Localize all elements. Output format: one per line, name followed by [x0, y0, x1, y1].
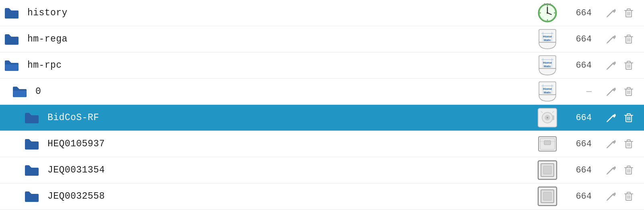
- svg-rect-33: [627, 35, 630, 37]
- svg-line-14: [607, 16, 608, 17]
- folder-icon: [24, 137, 44, 150]
- action-buttons: [596, 110, 640, 125]
- svg-rect-96: [627, 140, 630, 141]
- file-row[interactable]: 0 Home Matic —: [0, 79, 644, 105]
- svg-line-11: [608, 10, 613, 16]
- permissions-value: 664: [564, 60, 596, 71]
- file-name: HEQ0105937: [44, 139, 531, 149]
- svg-line-27: [608, 37, 613, 42]
- device-icon: Home Matic: [531, 29, 564, 50]
- svg-point-72: [547, 117, 548, 118]
- svg-line-106: [607, 173, 608, 174]
- svg-point-4: [547, 12, 548, 14]
- file-row[interactable]: history 664: [0, 0, 644, 26]
- svg-rect-109: [627, 166, 630, 168]
- folder-icon: [12, 85, 32, 98]
- svg-line-76: [608, 115, 613, 121]
- svg-line-79: [607, 121, 608, 122]
- edit-button[interactable]: [604, 32, 618, 46]
- permissions-value: 664: [564, 8, 596, 18]
- file-name: hm-rpc: [24, 60, 531, 71]
- svg-rect-17: [627, 9, 630, 10]
- permissions-value: —: [564, 87, 596, 97]
- file-row[interactable]: JEQ0039229 664: [0, 210, 644, 212]
- svg-rect-65: [627, 87, 630, 89]
- file-name: history: [24, 8, 531, 18]
- device-icon: [531, 2, 564, 23]
- action-buttons: [596, 84, 640, 99]
- folder-icon: [4, 59, 24, 72]
- svg-text:Matic: Matic: [544, 65, 551, 68]
- svg-line-116: [608, 194, 613, 200]
- svg-line-30: [607, 42, 608, 43]
- action-buttons: [596, 32, 640, 46]
- file-row[interactable]: BidCoS-RF 664: [0, 105, 644, 131]
- folder-icon: [24, 190, 44, 203]
- delete-button[interactable]: [621, 163, 636, 177]
- edit-button[interactable]: [604, 137, 618, 151]
- svg-text:Home: Home: [543, 87, 552, 91]
- edit-button[interactable]: [604, 189, 618, 204]
- delete-button[interactable]: [621, 32, 636, 46]
- file-name: BidCoS-RF: [44, 112, 531, 123]
- file-row[interactable]: HEQ0105937 664: [0, 131, 644, 157]
- svg-text:Matic: Matic: [544, 91, 551, 94]
- svg-rect-82: [627, 114, 630, 115]
- device-icon: Home Matic: [531, 55, 564, 76]
- folder-icon: [24, 164, 44, 177]
- device-icon: [531, 160, 564, 181]
- file-name: hm-rega: [24, 34, 531, 44]
- device-icon: [531, 107, 564, 128]
- edit-button[interactable]: [604, 110, 618, 125]
- edit-button[interactable]: [604, 58, 618, 73]
- permissions-value: 664: [564, 191, 596, 202]
- svg-rect-49: [627, 61, 630, 63]
- svg-rect-115: [543, 192, 551, 200]
- action-buttons: [596, 6, 640, 20]
- svg-text:Home: Home: [543, 35, 552, 38]
- delete-button[interactable]: [621, 189, 636, 204]
- folder-icon: [24, 111, 44, 124]
- svg-line-119: [607, 200, 608, 200]
- folder-icon: [4, 6, 24, 19]
- delete-button[interactable]: [621, 84, 636, 99]
- edit-button[interactable]: [604, 6, 618, 20]
- file-name: JEQ0031354: [44, 165, 531, 175]
- edit-button[interactable]: [604, 84, 618, 99]
- folder-icon: [4, 33, 24, 46]
- file-row[interactable]: JEQ0032558 664: [0, 183, 644, 210]
- svg-text:Home: Home: [543, 61, 552, 64]
- file-row[interactable]: hm-rpc Home Matic 664: [0, 52, 644, 79]
- file-name: JEQ0032558: [44, 191, 531, 202]
- device-icon: [531, 186, 564, 207]
- permissions-value: 664: [564, 165, 596, 175]
- device-icon: Home Matic: [531, 81, 564, 102]
- delete-button[interactable]: [621, 6, 636, 20]
- svg-rect-73: [552, 115, 554, 120]
- svg-line-103: [608, 168, 613, 173]
- edit-button[interactable]: [604, 163, 618, 177]
- svg-line-62: [607, 95, 608, 96]
- action-buttons: [596, 137, 640, 151]
- svg-text:Matic: Matic: [544, 39, 551, 42]
- svg-rect-102: [543, 166, 551, 174]
- svg-line-59: [608, 89, 613, 95]
- delete-button[interactable]: [621, 58, 636, 73]
- file-row[interactable]: JEQ0031354 664: [0, 157, 644, 183]
- svg-line-90: [608, 141, 613, 147]
- permissions-value: 664: [564, 113, 596, 123]
- action-buttons: [596, 189, 640, 204]
- file-list: history 664 hm-rega Home Matic 664: [0, 0, 644, 212]
- action-buttons: [596, 163, 640, 177]
- svg-line-43: [608, 63, 613, 69]
- svg-line-93: [607, 147, 608, 148]
- file-name: 0: [32, 86, 531, 97]
- svg-line-46: [607, 69, 608, 69]
- device-icon: [531, 133, 564, 154]
- file-row[interactable]: hm-rega Home Matic 664: [0, 26, 644, 52]
- delete-button[interactable]: [621, 110, 636, 125]
- delete-button[interactable]: [621, 137, 636, 151]
- action-buttons: [596, 58, 640, 73]
- permissions-value: 664: [564, 139, 596, 149]
- permissions-value: 664: [564, 34, 596, 44]
